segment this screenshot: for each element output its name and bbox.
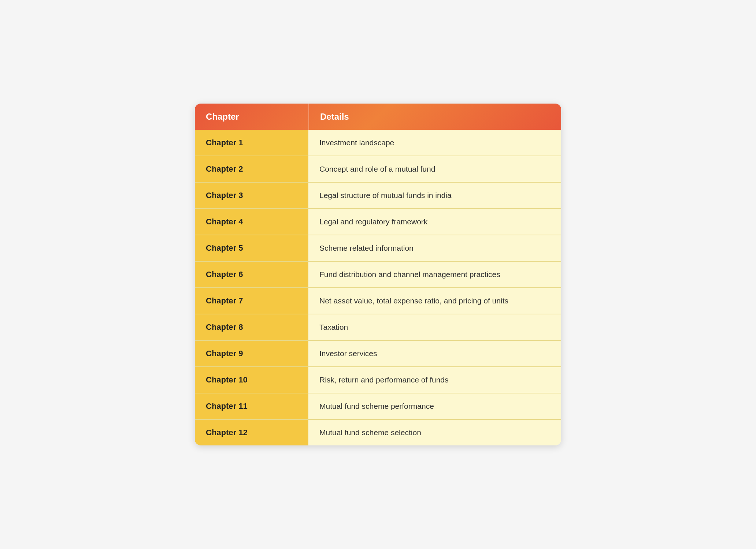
table-row: Chapter 6Fund distribution and channel m… bbox=[195, 262, 561, 288]
chapter-detail-1: Investment landscape bbox=[308, 130, 561, 156]
chapter-label-2: Chapter 2 bbox=[195, 156, 308, 182]
table-row: Chapter 10Risk, return and performance o… bbox=[195, 367, 561, 393]
chapter-label-3: Chapter 3 bbox=[195, 183, 308, 208]
chapter-detail-8: Taxation bbox=[308, 314, 561, 340]
chapter-label-11: Chapter 11 bbox=[195, 393, 308, 419]
chapter-detail-10: Risk, return and performance of funds bbox=[308, 367, 561, 393]
chapter-detail-4: Legal and regulatory framework bbox=[308, 209, 561, 235]
table-row: Chapter 9Investor services bbox=[195, 341, 561, 367]
chapter-label-9: Chapter 9 bbox=[195, 341, 308, 366]
chapter-detail-11: Mutual fund scheme performance bbox=[308, 393, 561, 419]
table-row: Chapter 5Scheme related information bbox=[195, 235, 561, 262]
table-header: Chapter Details bbox=[195, 104, 561, 130]
chapter-detail-2: Concept and role of a mutual fund bbox=[308, 156, 561, 182]
chapter-label-10: Chapter 10 bbox=[195, 367, 308, 393]
table-row: Chapter 12Mutual fund scheme selection bbox=[195, 420, 561, 445]
chapter-label-8: Chapter 8 bbox=[195, 314, 308, 340]
table-row: Chapter 4Legal and regulatory framework bbox=[195, 209, 561, 235]
chapter-detail-6: Fund distribution and channel management… bbox=[308, 262, 561, 287]
chapter-label-1: Chapter 1 bbox=[195, 130, 308, 156]
table-row: Chapter 7Net asset value, total expense … bbox=[195, 288, 561, 314]
table-row: Chapter 11Mutual fund scheme performance bbox=[195, 393, 561, 420]
chapter-detail-5: Scheme related information bbox=[308, 235, 561, 261]
chapter-detail-7: Net asset value, total expense ratio, an… bbox=[308, 288, 561, 314]
table-row: Chapter 3Legal structure of mutual funds… bbox=[195, 183, 561, 209]
chapter-label-4: Chapter 4 bbox=[195, 209, 308, 235]
chapter-label-7: Chapter 7 bbox=[195, 288, 308, 314]
chapter-detail-9: Investor services bbox=[308, 341, 561, 366]
chapter-detail-12: Mutual fund scheme selection bbox=[308, 420, 561, 445]
header-details-label: Details bbox=[308, 104, 561, 130]
chapter-label-12: Chapter 12 bbox=[195, 420, 308, 445]
chapter-detail-3: Legal structure of mutual funds in india bbox=[308, 183, 561, 208]
table-row: Chapter 8Taxation bbox=[195, 314, 561, 341]
table-row: Chapter 1Investment landscape bbox=[195, 130, 561, 156]
table-row: Chapter 2Concept and role of a mutual fu… bbox=[195, 156, 561, 183]
table-body: Chapter 1Investment landscapeChapter 2Co… bbox=[195, 130, 561, 445]
chapter-label-6: Chapter 6 bbox=[195, 262, 308, 287]
chapter-table: Chapter Details Chapter 1Investment land… bbox=[195, 104, 561, 445]
header-chapter-label: Chapter bbox=[195, 104, 308, 130]
chapter-label-5: Chapter 5 bbox=[195, 235, 308, 261]
